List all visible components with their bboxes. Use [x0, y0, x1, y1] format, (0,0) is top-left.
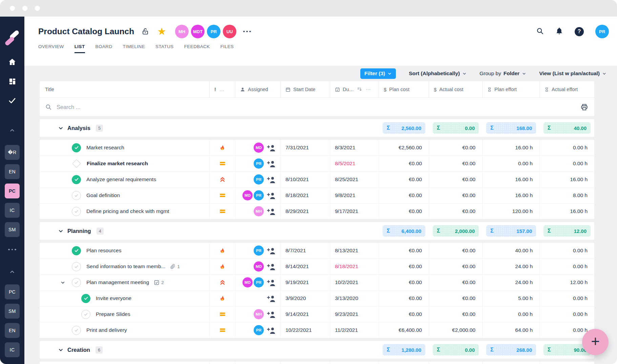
assign-user-icon[interactable]	[267, 295, 276, 302]
group-collapse-icon[interactable]	[58, 347, 64, 353]
status-open-icon[interactable]	[72, 278, 81, 287]
avatar-PR[interactable]: PR	[254, 277, 264, 287]
avatar-MD[interactable]: MD	[254, 143, 264, 153]
avatar-MD[interactable]: MD	[254, 261, 264, 272]
priority-cell[interactable]	[210, 259, 235, 274]
task-row[interactable]: Analyze general requirements PR 8/10/202…	[40, 172, 594, 188]
plan-cost[interactable]: €0.00	[379, 259, 429, 274]
avatar-MH[interactable]: MH	[175, 25, 189, 38]
start-date[interactable]: 8/18/2021	[281, 188, 330, 203]
tab-timeline[interactable]: TIMELINE	[123, 44, 145, 53]
due-date[interactable]: 9/17/2021	[330, 204, 379, 219]
search-input[interactable]	[56, 104, 580, 111]
tab-overview[interactable]: OVERVIEW	[38, 44, 64, 53]
start-date[interactable]: 7/31/2021	[281, 140, 330, 155]
start-date[interactable]: 3/9/2020	[281, 291, 330, 306]
actual-cost[interactable]: €0.00	[429, 306, 483, 322]
task-title[interactable]: Finalize market research	[87, 160, 148, 167]
col-assigned[interactable]: Assigned	[235, 81, 281, 98]
group-by-button[interactable]: Group by Folder	[480, 70, 526, 77]
task-title[interactable]: Market research	[86, 145, 124, 151]
status-done-icon[interactable]	[72, 175, 81, 184]
tab-feedback[interactable]: FEEDBACK	[184, 44, 210, 53]
due-date[interactable]: 8/3/2021	[330, 140, 379, 155]
assign-user-icon[interactable]	[267, 279, 276, 286]
avatar-PR[interactable]: PR	[254, 325, 264, 335]
sidebar-project-8[interactable]: EN	[5, 323, 20, 338]
actual-effort[interactable]: 16.00 h	[540, 172, 594, 187]
filter-button[interactable]: Filter (3)	[360, 68, 396, 79]
status-done-icon[interactable]	[72, 246, 81, 255]
help-icon[interactable]: ?	[575, 27, 584, 36]
sum-plan-cost[interactable]: Σ6,400.00	[383, 225, 425, 237]
due-date[interactable]: 8/18/2021	[330, 259, 379, 274]
plan-cost[interactable]: €0.00	[379, 306, 429, 322]
plan-cost[interactable]	[379, 362, 429, 364]
col-plan-effort[interactable]: Plan effort	[483, 81, 540, 98]
actual-cost[interactable]	[429, 362, 483, 364]
sidebar-project-6[interactable]: PC	[5, 284, 20, 299]
task-row[interactable]: Define pricing and check with mgmt MH 8/…	[40, 204, 594, 219]
group-collapse-icon[interactable]	[58, 125, 64, 131]
sum-plan-cost[interactable]: Σ2,560.00	[383, 122, 425, 134]
sum-plan-effort[interactable]: Σ268.00	[486, 344, 536, 356]
assign-user-icon[interactable]	[267, 208, 276, 215]
sidebar-project-3-active[interactable]: PC	[5, 184, 20, 198]
priority-cell[interactable]	[210, 291, 235, 306]
tab-status[interactable]: STATUS	[155, 44, 174, 53]
actual-effort[interactable]: 0.00 h	[540, 291, 594, 306]
add-task-fab[interactable]: +	[582, 329, 609, 355]
actual-effort[interactable]: 0.00 h	[540, 243, 594, 258]
assign-user-icon[interactable]	[267, 311, 276, 318]
plan-cost[interactable]: €0.00	[379, 243, 429, 258]
sum-actual-cost[interactable]: Σ0.00	[433, 122, 479, 134]
avatar-PR[interactable]: PR	[254, 245, 264, 256]
actual-effort[interactable]: 0.00 h	[540, 259, 594, 274]
assign-user-icon[interactable]	[267, 327, 276, 334]
task-row[interactable]: PR	[40, 362, 594, 364]
home-icon[interactable]	[0, 58, 24, 66]
assign-user-icon[interactable]	[267, 192, 276, 199]
col-plan-cost[interactable]: $Plan cost	[379, 81, 429, 98]
plan-cost[interactable]: €0.00	[379, 291, 429, 306]
task-row[interactable]: Invite everyone 3/9/2020 3/13/2020 €0.00…	[40, 291, 594, 306]
start-date[interactable]	[281, 156, 330, 171]
sum-plan-effort[interactable]: Σ157.00	[486, 225, 536, 237]
task-title[interactable]: Print and delivery	[86, 327, 127, 333]
sidebar-project-4[interactable]: IC	[5, 203, 20, 218]
plan-effort[interactable]: 16.00 h	[483, 172, 540, 187]
group-row[interactable]: Creation 6 Σ1,280.00Σ0.00Σ268.00Σ90.00	[40, 341, 594, 359]
start-date[interactable]: 9/14/2021	[281, 306, 330, 322]
assign-user-icon[interactable]	[267, 176, 276, 183]
sort-button[interactable]: Sort (Alphabetically)	[409, 70, 467, 77]
task-row[interactable]: Plan management meeting 2 MDPR 9/19/2021…	[40, 275, 594, 291]
actual-cost[interactable]: €0.00	[429, 156, 483, 171]
due-date[interactable]: 8/13/2021	[330, 243, 379, 258]
priority-cell[interactable]	[210, 306, 235, 322]
sidebar-project-1[interactable]: �R	[5, 145, 20, 160]
due-date[interactable]: 9/8/2021	[330, 188, 379, 203]
actual-cost[interactable]: €0.00	[429, 172, 483, 187]
col-title[interactable]: Title	[40, 81, 210, 98]
due-date[interactable]: 11/2/2021	[330, 322, 379, 338]
priority-cell[interactable]	[210, 140, 235, 155]
notifications-bell-icon[interactable]	[555, 27, 563, 36]
actual-cost[interactable]: €0.00	[429, 140, 483, 155]
expand-icon[interactable]	[60, 280, 66, 285]
priority-cell[interactable]	[210, 243, 235, 258]
task-title[interactable]: Send information to team memb...	[86, 263, 165, 270]
dashboards-icon[interactable]	[0, 77, 24, 86]
task-row[interactable]: Print and delivery PR 10/22/2021 11/2/20…	[40, 322, 594, 338]
plan-effort[interactable]: 5.00 h	[483, 291, 540, 306]
more-projects-icon[interactable]	[0, 247, 24, 252]
print-icon[interactable]	[580, 103, 588, 111]
due-date[interactable]: 10/2/2021	[330, 275, 379, 290]
assign-user-icon[interactable]	[267, 160, 276, 167]
plan-cost[interactable]: €6,400.00	[379, 322, 429, 338]
group-row[interactable]: Analysis 5 Σ2,560.00Σ0.00Σ168.00Σ40.00	[40, 119, 594, 137]
status-open-icon[interactable]	[72, 326, 81, 335]
col-priority[interactable]: !…	[210, 81, 235, 98]
col-actual-cost[interactable]: $Actual cost	[429, 81, 483, 98]
priority-cell[interactable]	[210, 204, 235, 219]
task-row[interactable]: Finalize market research PR 8/5/2021 €0.…	[40, 156, 594, 172]
